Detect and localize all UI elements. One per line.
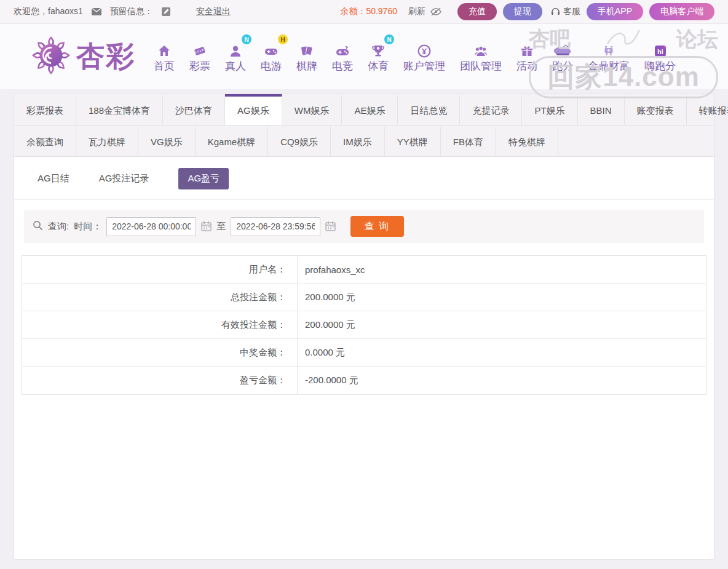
tab-沙巴体育[interactable]: 沙巴体育	[163, 94, 225, 125]
tab-FB体育[interactable]: FB体育	[441, 125, 496, 156]
nav-item-label: 电游	[261, 58, 282, 74]
query-bar: 查询: 时间： 至 查 询	[24, 210, 704, 243]
topbar: 欢迎您，fahaoxs1 预留信息： 安全退出 余额：50.9760 刷新 充值…	[0, 0, 728, 24]
date-to-input[interactable]	[231, 217, 320, 236]
tab-BBIN[interactable]: BBIN	[578, 94, 625, 125]
row-label: 用户名：	[22, 256, 298, 283]
tab-VG娱乐[interactable]: VG娱乐	[138, 125, 196, 156]
tab-彩票报表[interactable]: 彩票报表	[14, 94, 76, 125]
refresh-button[interactable]: 刷新	[408, 6, 425, 17]
ag-subtabs: AG日结AG投注记录AG盈亏	[14, 157, 714, 200]
tab-特兔棋牌[interactable]: 特兔棋牌	[496, 125, 558, 156]
tab-Kgame棋牌[interactable]: Kgame棋牌	[196, 125, 269, 156]
logo-text: 杏彩	[76, 38, 135, 76]
nav-item-account[interactable]: 账户管理	[396, 39, 453, 74]
wealth-icon	[601, 39, 617, 58]
tab-AE娱乐[interactable]: AE娱乐	[342, 94, 398, 125]
tab-充提记录[interactable]: 充提记录	[460, 94, 522, 125]
withdraw-button[interactable]: 提现	[503, 3, 542, 20]
eye-off-icon[interactable]	[430, 7, 441, 16]
nav-item-label: 彩票	[189, 58, 210, 74]
hi-paofen-icon: hi	[652, 39, 668, 58]
nav-item-paofen[interactable]: 跑分	[545, 39, 580, 74]
nav-item-egame[interactable]: H电游	[253, 39, 289, 74]
nav-item-esport[interactable]: 电竞	[325, 39, 360, 74]
nav-item-label: 首页	[154, 58, 175, 74]
nav-item-label: 体育	[368, 58, 389, 74]
tab-188金宝博体育[interactable]: 188金宝博体育	[76, 94, 163, 125]
subtab-AG日结[interactable]: AG日结	[38, 173, 69, 185]
customer-service-button[interactable]: 客服	[551, 6, 580, 17]
balance-value: 50.9760	[366, 6, 397, 16]
table-row: 用户名：profahaoxs_xc	[22, 256, 706, 284]
to-separator: 至	[216, 221, 226, 233]
nav-badge: N	[242, 34, 251, 44]
nav-badge: H	[278, 34, 288, 44]
tab-IM娱乐[interactable]: IM娱乐	[331, 125, 385, 156]
nav-item-lottery[interactable]: 彩票	[182, 39, 218, 74]
nav-item-label: 棋牌	[296, 58, 317, 74]
live-icon: N	[228, 39, 243, 58]
subtab-AG投注记录[interactable]: AG投注记录	[99, 173, 149, 185]
nav-item-label: 跑分	[552, 58, 573, 74]
logo-emblem-icon	[32, 36, 70, 77]
edit-icon[interactable]	[162, 7, 170, 16]
welcome-text: 欢迎您，fahaoxs1	[14, 6, 83, 17]
row-label: 盈亏金额：	[22, 367, 298, 394]
main-content-card: 彩票报表188金宝博体育沙巴体育AG娱乐WM娱乐AE娱乐日结总览充提记录PT娱乐…	[14, 94, 714, 560]
balance-text: 余额：50.9760	[340, 6, 397, 17]
profit-loss-table: 用户名：profahaoxs_xc总投注金额：200.0000 元有效投注金额：…	[22, 255, 706, 395]
row-label: 总投注金额：	[22, 284, 298, 311]
table-row: 有效投注金额：200.0000 元	[22, 311, 706, 339]
lottery-icon	[192, 39, 208, 58]
logout-link[interactable]: 安全退出	[196, 6, 231, 17]
nav-item-home[interactable]: 首页	[146, 39, 182, 74]
calendar-from-icon[interactable]	[201, 221, 212, 231]
mobile-app-button[interactable]: 手机APP	[587, 3, 643, 20]
pc-client-button[interactable]: 电脑客户端	[649, 3, 714, 20]
home-icon	[156, 39, 172, 58]
nav-item-label: 真人	[225, 58, 246, 74]
activity-icon	[519, 39, 535, 58]
nav-item-team[interactable]: 团队管理	[453, 39, 509, 74]
search-icon	[33, 220, 43, 233]
query-button[interactable]: 查 询	[350, 216, 403, 237]
tab-瓦力棋牌[interactable]: 瓦力棋牌	[76, 125, 138, 156]
nav-item-label: 账户管理	[403, 58, 445, 74]
tab-转账报表[interactable]: 转账报表	[687, 94, 728, 125]
headset-icon	[551, 7, 560, 16]
subtab-AG盈亏[interactable]: AG盈亏	[178, 168, 229, 189]
tab-WM娱乐[interactable]: WM娱乐	[282, 94, 342, 125]
deposit-button[interactable]: 充值	[457, 3, 497, 20]
row-value: 200.0000 元	[298, 311, 355, 338]
reserved-info-label: 预留信息：	[110, 6, 153, 17]
table-row: 总投注金额：200.0000 元	[22, 284, 706, 311]
nav-item-sport[interactable]: N体育	[360, 39, 396, 74]
site-logo[interactable]: 杏彩	[32, 36, 135, 77]
tabrow-filler	[558, 125, 714, 156]
tab-PT娱乐[interactable]: PT娱乐	[522, 94, 577, 125]
nav-item-chess[interactable]: 棋牌	[289, 39, 325, 74]
tab-CQ9娱乐[interactable]: CQ9娱乐	[268, 125, 331, 156]
tab-日结总览[interactable]: 日结总览	[398, 94, 460, 125]
table-row: 中奖金额：0.0000 元	[22, 339, 706, 367]
nav-item-wealth[interactable]: 金鼎财富	[580, 39, 637, 74]
calendar-to-icon[interactable]	[325, 221, 336, 231]
time-label: 时间：	[74, 221, 101, 233]
tab-YY棋牌[interactable]: YY棋牌	[385, 125, 441, 156]
nav-item-activity[interactable]: 活动	[509, 39, 545, 74]
esport-icon	[334, 39, 351, 58]
row-value: 200.0000 元	[298, 284, 355, 311]
tab-账变报表[interactable]: 账变报表	[625, 94, 687, 125]
date-from-input[interactable]	[106, 217, 196, 236]
nav-item-hi-paofen[interactable]: hi嗨跑分	[637, 39, 683, 74]
row-label: 有效投注金额：	[22, 311, 298, 338]
nav-item-live[interactable]: N真人	[218, 39, 253, 74]
nav-item-label: 嗨跑分	[644, 58, 676, 74]
envelope-icon[interactable]	[92, 8, 101, 15]
nav-item-label: 团队管理	[460, 58, 502, 74]
account-icon	[416, 39, 432, 58]
report-tabs-row2: 余额查询瓦力棋牌VG娱乐Kgame棋牌CQ9娱乐IM娱乐YY棋牌FB体育特兔棋牌	[14, 125, 714, 157]
tab-AG娱乐[interactable]: AG娱乐	[225, 94, 282, 125]
tab-余额查询[interactable]: 余额查询	[14, 125, 76, 156]
